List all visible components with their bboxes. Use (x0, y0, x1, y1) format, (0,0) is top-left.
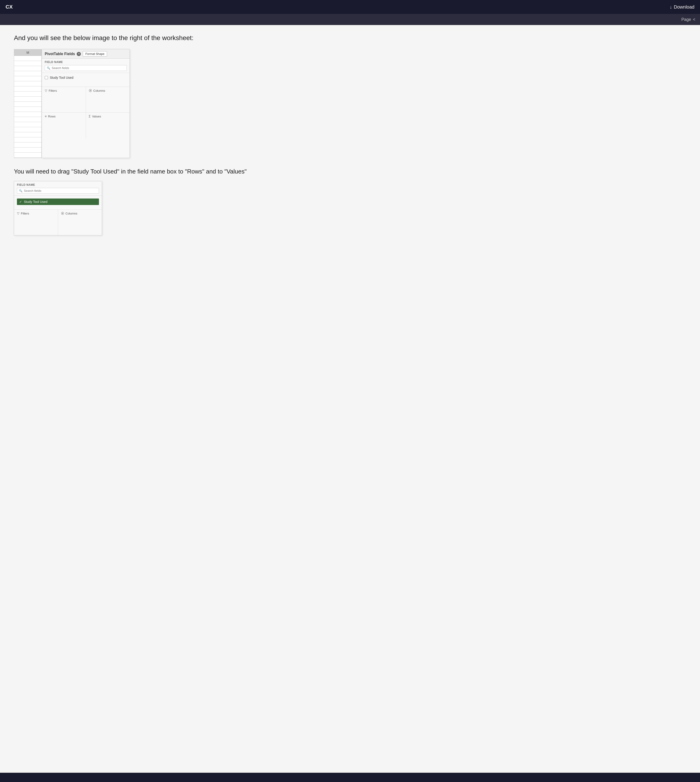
search-box[interactable]: 🔍 (45, 65, 127, 71)
sigma-icon: Σ (89, 115, 91, 118)
pivot-table-fields-panel-2: FIELD NAME 🔍 ✓ Study Tool Used ▽ F (14, 181, 102, 235)
field-item-study-tool[interactable]: Study Tool Used (45, 75, 127, 80)
spreadsheet-row (14, 81, 42, 87)
instruction-text: You will need to drag "Study Tool Used" … (14, 167, 686, 176)
pivot-close-button[interactable]: ✕ (77, 52, 81, 56)
columns-zone-2: ⦿ Columns (58, 210, 102, 235)
search-input-2[interactable] (24, 189, 97, 193)
filters-zone: ▽ Filters (42, 87, 86, 112)
filters-label: Filters (49, 89, 57, 92)
values-zone-content (89, 120, 127, 136)
search-icon-2: 🔍 (19, 189, 22, 193)
filter-icon: ▽ (45, 89, 47, 92)
main-content: And you will see the below image to the … (0, 25, 700, 782)
spreadsheet-row (14, 127, 42, 132)
columns-label-2: Columns (65, 212, 77, 215)
spreadsheet-column: M (14, 49, 42, 158)
spreadsheet-row (14, 132, 42, 137)
spreadsheet-rows (14, 56, 42, 158)
download-icon: ↓ (670, 4, 672, 10)
spreadsheet-row (14, 76, 42, 81)
spreadsheet-row (14, 71, 42, 76)
columns-zone-header-2: ⦿ Columns (61, 211, 99, 215)
field-list-1: Study Tool Used (42, 73, 130, 87)
pivot-zones-1: ▽ Filters ⦿ Columns ≡ Rows (42, 87, 130, 138)
spreadsheet-row (14, 153, 42, 158)
pivot-panel-wrapper-1: M (14, 49, 686, 158)
app-label: CX (5, 4, 13, 10)
field-label-checked-study-tool: Study Tool Used (24, 200, 48, 204)
spreadsheet-row (14, 143, 42, 148)
field-name-label-2: FIELD NAME (17, 183, 99, 186)
field-name-label: FIELD NAME (45, 60, 127, 64)
search-icon: 🔍 (47, 67, 50, 70)
pivot-table-fields-panel-1: PivotTable Fields ✕ Format Shape FIELD N… (42, 49, 130, 158)
spreadsheet-row (14, 137, 42, 143)
columns-zone-content-2 (61, 217, 99, 233)
sub-bar: Page < (0, 14, 700, 25)
spreadsheet-row (14, 61, 42, 66)
columns-zone: ⦿ Columns (86, 87, 130, 112)
intro-text: And you will see the below image to the … (14, 34, 686, 42)
rows-icon: ≡ (45, 115, 47, 118)
filters-zone-content-2 (17, 217, 55, 233)
format-shape-button[interactable]: Format Shape (83, 51, 107, 57)
search-box-2[interactable]: 🔍 (17, 188, 99, 194)
values-zone: Σ Values (86, 113, 130, 138)
spreadsheet-row (14, 87, 42, 92)
columns-icon-2: ⦿ (61, 211, 64, 215)
second-section: You will need to drag "Study Tool Used" … (14, 167, 686, 235)
values-zone-header: Σ Values (89, 115, 127, 118)
spreadsheet-row (14, 148, 42, 153)
columns-icon: ⦿ (89, 89, 92, 92)
values-label: Values (92, 115, 101, 118)
pivot-search-section: FIELD NAME 🔍 (42, 58, 130, 73)
columns-zone-header: ⦿ Columns (89, 89, 127, 92)
pivot-panel-title: PivotTable Fields (45, 52, 75, 56)
search-input[interactable] (52, 66, 125, 70)
spreadsheet-row (14, 107, 42, 112)
rows-zone: ≡ Rows (42, 113, 86, 138)
columns-zone-content (89, 94, 127, 110)
spreadsheet-row (14, 66, 42, 71)
filters-label-2: Filters (21, 212, 29, 215)
check-mark-icon: ✓ (19, 200, 22, 204)
filters-zone-header: ▽ Filters (45, 89, 83, 92)
download-label: Download (674, 4, 695, 10)
filters-zone-2: ▽ Filters (14, 210, 58, 235)
spreadsheet-row (14, 56, 42, 61)
spreadsheet-row (14, 112, 42, 117)
pivot-search-section-2: FIELD NAME 🔍 (14, 181, 102, 196)
top-bar: CX ↓ Download (0, 0, 700, 14)
spreadsheet-row (14, 101, 42, 107)
field-item-checked-study-tool[interactable]: ✓ Study Tool Used (17, 198, 99, 205)
columns-label: Columns (93, 89, 105, 92)
field-list-2: ✓ Study Tool Used (14, 196, 102, 210)
spreadsheet-row (14, 92, 42, 97)
pivot-panel-header: PivotTable Fields ✕ Format Shape (42, 49, 130, 58)
filter-icon-2: ▽ (17, 211, 20, 215)
spreadsheet-row (14, 117, 42, 122)
spreadsheet-row (14, 122, 42, 127)
rows-zone-content (45, 120, 83, 136)
filters-zone-header-2: ▽ Filters (17, 211, 55, 215)
rows-zone-header: ≡ Rows (45, 115, 83, 118)
page-label: Page (681, 17, 691, 22)
rows-label: Rows (48, 115, 56, 118)
field-checkbox-study-tool[interactable] (45, 76, 48, 79)
filters-zone-content (45, 94, 83, 110)
spreadsheet-row (14, 97, 42, 101)
chevron-left-icon[interactable]: < (693, 17, 695, 22)
pivot-zones-2: ▽ Filters ⦿ Columns (14, 210, 102, 235)
bottom-bar (0, 773, 700, 782)
col-header: M (14, 49, 42, 56)
field-label-study-tool: Study Tool Used (50, 76, 73, 80)
download-button[interactable]: ↓ Download (670, 4, 695, 10)
